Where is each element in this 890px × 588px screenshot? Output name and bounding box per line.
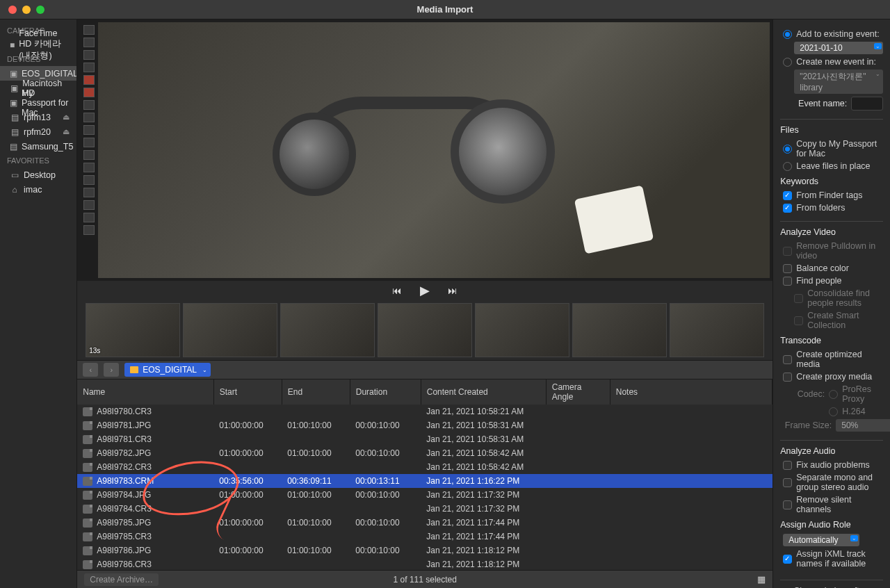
chk-balance-color[interactable]	[783, 264, 792, 273]
file-name: A98I9786.JPG	[97, 546, 151, 555]
file-icon	[83, 463, 92, 472]
filmstrip-clip[interactable]	[280, 303, 375, 357]
col-notes[interactable]: Notes	[610, 379, 772, 405]
sidebar-item[interactable]: ▤Samsung_T5⏏	[0, 139, 76, 154]
radio-copy-to[interactable]	[783, 145, 792, 154]
skimmer-strip[interactable]	[80, 22, 98, 278]
next-icon[interactable]: ⏭	[448, 285, 458, 296]
chk-remove-silent[interactable]	[783, 500, 792, 509]
table-row[interactable]: A98I9782.CR3Jan 21, 2021 10:58:42 AM	[77, 460, 772, 474]
col-camera-angle[interactable]: Camera Angle	[546, 379, 610, 405]
audio-role-select[interactable]: Automatically⌄	[783, 534, 859, 546]
table-row[interactable]: A98I9784.JPG01:00:00:0001:00:10:0000:00:…	[77, 488, 772, 502]
event-name-input[interactable]	[851, 97, 883, 111]
prev-icon[interactable]: ⏮	[392, 285, 402, 296]
chk-from-finder[interactable]	[783, 191, 792, 200]
sidebar-item-label: EOS_DIGITAL	[22, 69, 77, 79]
disk-icon: ▣	[10, 83, 18, 93]
play-icon[interactable]: ▶	[420, 283, 430, 298]
sidebar-item[interactable]: ▭Desktop	[0, 168, 76, 182]
table-row[interactable]: A98I9782.JPG01:00:00:0001:00:10:0000:00:…	[77, 446, 772, 460]
filmstrip-clip[interactable]	[183, 303, 277, 357]
file-name: A98I9785.CR3	[97, 532, 152, 541]
ext-icon: ▤	[10, 113, 19, 122]
sidebar-item[interactable]: ⌂imac	[0, 182, 76, 197]
filmstrip-clip[interactable]	[378, 303, 472, 357]
file-icon	[83, 421, 92, 430]
create-archive-button[interactable]: Create Archive…	[84, 573, 159, 586]
chk-smart-collection	[794, 316, 803, 325]
table-row[interactable]: A98I9780.CR3Jan 21, 2021 10:58:21 AM	[77, 405, 772, 418]
sidebar: CAMERAS■FaceTime HD 카메라(내장형)DEVICES▣EOS_…	[0, 19, 77, 588]
playback-controls: ⏮ ▶ ⏭	[77, 281, 772, 300]
add-to-existing-row[interactable]: Add to existing event:	[780, 28, 883, 40]
file-icon	[83, 532, 92, 541]
sidebar-item[interactable]: ▣My Passport for Mac	[0, 95, 76, 110]
preview-area	[77, 19, 772, 281]
create-new-row[interactable]: Create new event in:	[780, 56, 883, 68]
titlebar: Media Import	[0, 0, 890, 19]
col-end[interactable]: End	[282, 379, 350, 405]
sidebar-item-label: Desktop	[24, 170, 56, 180]
file-icon	[83, 435, 92, 444]
table-row[interactable]: A98I9781.JPG01:00:00:0001:00:10:0000:00:…	[77, 418, 772, 432]
col-name[interactable]: Name	[77, 379, 213, 405]
chk-optimized[interactable]	[783, 355, 792, 364]
radio-h264	[829, 407, 838, 416]
chevron-down-icon: ⌄	[875, 71, 880, 77]
preview-image[interactable]	[98, 22, 770, 278]
existing-event-select[interactable]: 2021-01-10⌄	[794, 42, 883, 54]
table-row[interactable]: A98I9786.CR3Jan 21, 2021 1:18:12 PM	[77, 557, 772, 570]
table-row[interactable]: A98I9786.JPG01:00:00:0001:00:10:0000:00:…	[77, 544, 772, 557]
chk-fix-audio[interactable]	[783, 461, 792, 470]
window-controls	[0, 6, 44, 14]
location-select[interactable]: EOS_DIGITAL ⌄	[124, 363, 211, 377]
center-pane: ⏮ ▶ ⏭ 13s ‹ › EOS_DIGITAL ⌄ Name	[77, 19, 773, 588]
eject-icon[interactable]: ⏏	[63, 127, 70, 136]
eject-icon[interactable]: ⏏	[63, 113, 70, 122]
disk-icon: ▣	[10, 69, 17, 79]
filmstrip[interactable]: 13s	[77, 300, 772, 360]
location-label: EOS_DIGITAL	[143, 365, 197, 375]
sidebar-item-label: imac	[24, 185, 42, 195]
chk-ixml[interactable]	[783, 555, 792, 564]
analyze-audio-section: Analyze Audio Fix audio problems Separat…	[780, 440, 883, 570]
table-row[interactable]: A98I9785.JPG01:00:00:0001:00:10:0000:00:…	[77, 516, 772, 530]
fullscreen-icon[interactable]	[36, 6, 44, 14]
filmstrip-clip[interactable]: 13s	[86, 303, 180, 357]
table-row[interactable]: A98I9785.CR3Jan 21, 2021 1:17:44 PM	[77, 530, 772, 544]
view-toggle-icon[interactable]: ▦	[757, 574, 766, 585]
file-name: A98I9783.CRM	[97, 476, 154, 486]
col-duration[interactable]: Duration	[350, 379, 421, 405]
table-row[interactable]: A98I9781.CR3Jan 21, 2021 10:58:31 AM	[77, 432, 772, 446]
chk-separate-mono[interactable]	[783, 478, 792, 487]
close-window-row[interactable]: Close window after starting import	[780, 580, 883, 588]
chk-from-folders[interactable]	[783, 204, 792, 213]
table-row[interactable]: A98I9784.CR3Jan 21, 2021 1:17:32 PM	[77, 502, 772, 516]
sidebar-item[interactable]: ■FaceTime HD 카메라(내장형)	[0, 38, 76, 52]
col-content-created[interactable]: Content Created	[421, 379, 546, 405]
filmstrip-clip[interactable]	[572, 303, 667, 357]
close-icon[interactable]	[8, 6, 17, 14]
file-table: Name Start End Duration Content Created …	[77, 379, 772, 570]
sidebar-item[interactable]: ▤rpfm13⏏	[0, 110, 76, 124]
file-icon	[83, 407, 92, 416]
sidebar-item[interactable]: ▤rpfm20⏏	[0, 124, 76, 139]
filmstrip-clip[interactable]	[475, 303, 569, 357]
minimize-icon[interactable]	[22, 6, 31, 14]
radio-create-new[interactable]	[783, 58, 792, 67]
chk-proxy[interactable]	[783, 373, 792, 382]
desktop-icon: ▭	[10, 170, 19, 180]
sidebar-item-label: rpfm20	[24, 127, 51, 137]
table-row[interactable]: A98I9783.CRM00:35:56:0000:36:09:1100:00:…	[77, 474, 772, 488]
radio-prores	[829, 390, 838, 399]
chk-find-people[interactable]	[783, 277, 792, 286]
new-event-library-select[interactable]: "2021사진학개론" library⌄	[794, 70, 883, 94]
filmstrip-clip[interactable]	[670, 303, 764, 357]
radio-leave-files[interactable]	[783, 162, 792, 171]
nav-forward-button[interactable]: ›	[104, 363, 119, 377]
col-start[interactable]: Start	[213, 379, 282, 405]
radio-add-existing[interactable]	[783, 30, 792, 39]
nav-back-button[interactable]: ‹	[83, 363, 98, 377]
file-icon	[83, 505, 92, 514]
